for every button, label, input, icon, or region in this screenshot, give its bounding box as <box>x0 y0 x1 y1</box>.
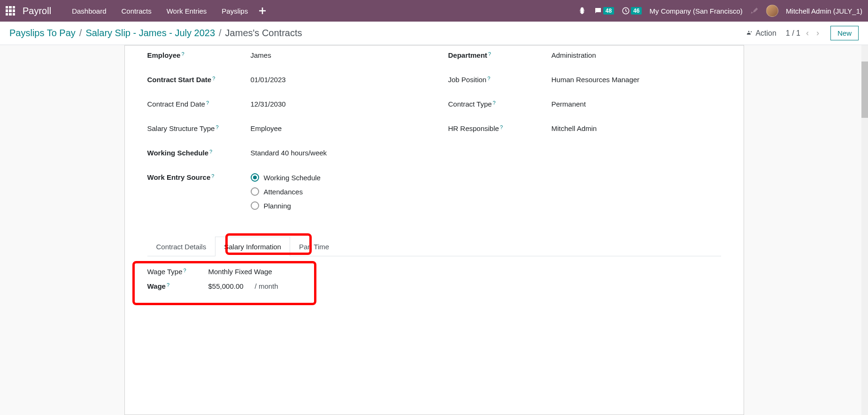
start-date-label: Contract Start Date? <box>147 74 251 84</box>
nav-contracts[interactable]: Contracts <box>114 1 159 21</box>
nav-payslips[interactable]: Payslips <box>214 1 255 21</box>
help-icon[interactable]: ? <box>211 173 214 179</box>
scrollbar[interactable] <box>861 45 868 415</box>
pager: 1 / 1 ‹ › <box>786 26 821 40</box>
start-date-value[interactable]: 01/01/2023 <box>251 74 420 84</box>
hr-responsible-value[interactable]: Mitchell Admin <box>552 123 721 132</box>
department-value[interactable]: Administration <box>552 49 721 59</box>
end-date-label: Contract End Date? <box>147 98 251 108</box>
breadcrumb-salary-slip[interactable]: Salary Slip - James - July 2023 <box>85 28 215 38</box>
control-panel: Payslips To Pay / Salary Slip - James - … <box>0 22 868 45</box>
nav-dashboard[interactable]: Dashboard <box>64 1 114 21</box>
help-icon[interactable]: ? <box>181 51 184 57</box>
breadcrumb-payslips-to-pay[interactable]: Payslips To Pay <box>9 28 76 38</box>
help-icon[interactable]: ? <box>212 76 215 81</box>
radio-attendances[interactable]: Attendances <box>251 187 420 196</box>
work-entry-source-radio-group: Working Schedule Attendances Planning <box>251 173 420 210</box>
nav-work-entries[interactable]: Work Entries <box>159 1 215 21</box>
help-icon[interactable]: ? <box>487 76 490 81</box>
radio-working-schedule[interactable]: Working Schedule <box>251 173 420 182</box>
help-icon[interactable]: ? <box>209 149 212 154</box>
pager-prev-icon[interactable]: ‹ <box>804 26 811 40</box>
department-label: Department? <box>448 49 552 59</box>
scrollbar-thumb[interactable] <box>861 61 868 118</box>
wage-type-label: Wage Type? <box>147 268 208 276</box>
messages-icon[interactable]: 48 <box>594 7 614 15</box>
company-selector[interactable]: My Company (San Francisco) <box>649 7 742 15</box>
pager-count[interactable]: 1 / 1 <box>786 29 800 38</box>
end-date-value[interactable]: 12/31/2030 <box>251 98 420 108</box>
help-icon[interactable]: ? <box>167 282 169 288</box>
job-position-label: Job Position? <box>448 74 552 84</box>
content-area: Employee? James Contract Start Date? 01/… <box>0 45 868 415</box>
tab-part-time[interactable]: Part Time <box>290 237 338 256</box>
work-entry-source-label: Work Entry Source? <box>147 171 251 181</box>
contract-type-value[interactable]: Permanent <box>552 98 721 108</box>
employee-label: Employee? <box>147 49 251 59</box>
radio-planning[interactable]: Planning <box>251 201 420 210</box>
wage-value[interactable]: $55,000.00/ month <box>208 282 278 290</box>
apps-icon[interactable] <box>6 6 15 15</box>
pager-next-icon[interactable]: › <box>814 26 821 40</box>
app-name[interactable]: Payroll <box>23 6 51 16</box>
hr-responsible-label: HR Responsible? <box>448 123 552 132</box>
user-menu[interactable]: Mitchell Admin (JULY_1) <box>786 7 862 15</box>
form-sheet: Employee? James Contract Start Date? 01/… <box>124 45 744 415</box>
help-icon[interactable]: ? <box>500 124 503 130</box>
activities-icon[interactable]: 46 <box>622 7 642 15</box>
help-icon[interactable]: ? <box>215 124 218 130</box>
new-app-icon[interactable] <box>255 4 269 18</box>
working-schedule-label: Working Schedule? <box>147 147 251 157</box>
user-avatar[interactable] <box>766 5 778 17</box>
breadcrumb-current: James's Contracts <box>225 28 302 38</box>
working-schedule-value[interactable]: Standard 40 hours/week <box>251 147 420 157</box>
tools-icon[interactable] <box>750 7 759 15</box>
messages-badge: 48 <box>603 7 614 15</box>
salary-structure-label: Salary Structure Type? <box>147 123 251 132</box>
wage-label: Wage? <box>147 282 208 290</box>
topbar: Payroll Dashboard Contracts Work Entries… <box>0 0 868 22</box>
employee-value[interactable]: James <box>251 49 420 59</box>
help-icon[interactable]: ? <box>493 100 496 106</box>
contract-type-label: Contract Type? <box>448 98 552 108</box>
action-dropdown[interactable]: Action <box>745 29 776 38</box>
help-icon[interactable]: ? <box>206 100 209 106</box>
job-position-value[interactable]: Human Resources Manager <box>552 74 721 84</box>
tabs: Contract Details Salary Information Part… <box>147 236 721 256</box>
tab-salary-information[interactable]: Salary Information <box>215 237 290 256</box>
help-icon[interactable]: ? <box>184 268 186 273</box>
new-button[interactable]: New <box>830 26 859 40</box>
breadcrumbs: Payslips To Pay / Salary Slip - James - … <box>9 28 302 38</box>
help-icon[interactable]: ? <box>488 51 491 57</box>
wage-type-value[interactable]: Monthly Fixed Wage <box>208 268 272 276</box>
tab-content-salary: Wage Type? Monthly Fixed Wage Wage? $55,… <box>147 256 721 308</box>
tab-contract-details[interactable]: Contract Details <box>147 237 215 256</box>
activities-badge: 46 <box>631 7 642 15</box>
debug-icon[interactable] <box>578 7 586 15</box>
salary-structure-value[interactable]: Employee <box>251 123 420 132</box>
